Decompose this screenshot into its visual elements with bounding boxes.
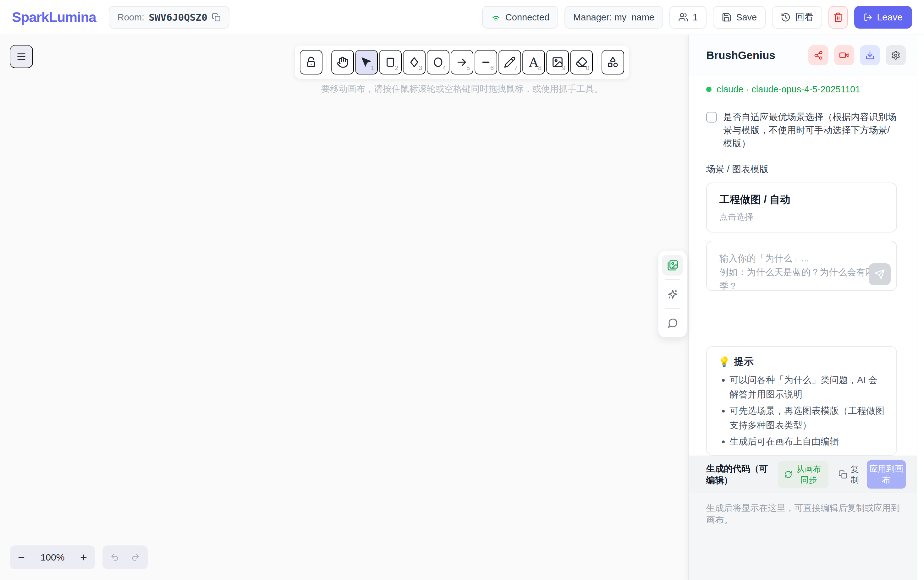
tool-key: 3 bbox=[419, 64, 422, 72]
copy-code-button[interactable]: 复制 bbox=[838, 464, 859, 485]
tool-ellipse[interactable]: 4 bbox=[427, 50, 449, 74]
save-button[interactable]: Save bbox=[713, 6, 766, 29]
share-button[interactable] bbox=[808, 45, 828, 65]
app-window: SparkLumina Room: SWV6J0QSZ0 Connected M… bbox=[0, 0, 924, 580]
download-button[interactable] bbox=[860, 45, 880, 65]
tool-key: 5 bbox=[466, 64, 470, 72]
save-icon bbox=[722, 12, 732, 22]
app-logo: SparkLumina bbox=[12, 10, 96, 25]
tool-lock[interactable] bbox=[300, 50, 322, 74]
redo-button[interactable] bbox=[125, 545, 146, 569]
tool-key: 4 bbox=[442, 64, 446, 72]
adaptive-scene-row: 是否自适应最优场景选择（根据内容识别场景与模版，不使用时可手动选择下方场景/模版… bbox=[706, 110, 897, 150]
leave-button[interactable]: Leave bbox=[854, 6, 912, 29]
clear-canvas-button[interactable] bbox=[828, 6, 848, 29]
prompt-card bbox=[706, 241, 897, 291]
share-icon bbox=[814, 51, 823, 60]
leave-label: Leave bbox=[877, 12, 903, 23]
connection-status-badge: Connected bbox=[482, 6, 558, 29]
manager-badge: Manager: my_name bbox=[564, 6, 663, 29]
tool-draw[interactable]: 7 bbox=[498, 50, 521, 74]
online-users-badge[interactable]: 1 bbox=[670, 6, 706, 29]
wifi-icon bbox=[491, 12, 501, 22]
top-bar: SparkLumina Room: SWV6J0QSZ0 Connected M… bbox=[0, 0, 924, 35]
tool-key: 8 bbox=[538, 64, 541, 72]
tips-card: 💡 提示 可以问各种「为什么」类问题，AI 会解答并用图示说明 可先选场景，再选… bbox=[706, 346, 897, 456]
generated-code-input[interactable] bbox=[689, 493, 917, 580]
tip-item: 可先选场景，再选图表模版（工程做图支持多种图表类型） bbox=[729, 404, 885, 432]
model-status-row: claude · claude-opus-4-5-20251101 bbox=[706, 84, 899, 95]
image-panel-button[interactable] bbox=[662, 255, 683, 275]
menu-icon bbox=[16, 51, 27, 62]
panel-header-actions bbox=[808, 45, 906, 65]
copy-icon[interactable] bbox=[212, 13, 221, 22]
ai-panel-button[interactable] bbox=[662, 284, 683, 305]
panel-scrollbar-gutter[interactable] bbox=[917, 35, 924, 580]
tool-more-shapes[interactable] bbox=[602, 50, 624, 74]
video-icon bbox=[840, 51, 849, 60]
zoom-in-button[interactable] bbox=[72, 545, 95, 569]
tool-diamond[interactable]: 3 bbox=[403, 50, 426, 74]
tool-arrow[interactable]: 5 bbox=[451, 50, 473, 74]
tips-title-row: 💡 提示 bbox=[718, 355, 885, 368]
tool-key: 7 bbox=[514, 64, 518, 72]
plus-icon bbox=[79, 553, 88, 562]
tool-hand[interactable] bbox=[331, 50, 354, 74]
minus-icon bbox=[17, 553, 26, 562]
panel-mode-toolbar bbox=[658, 251, 687, 338]
brushgenius-panel: BrushGenius bbox=[688, 35, 924, 580]
lock-open-icon bbox=[305, 56, 317, 68]
adaptive-checkbox-label[interactable]: 是否自适应最优场景选择（根据内容识别场景与模版，不使用时可手动选择下方场景/模版… bbox=[723, 110, 897, 150]
apply-to-canvas-button[interactable]: 应用到画布 bbox=[867, 460, 906, 489]
send-icon bbox=[874, 269, 885, 280]
scene-template-title: 工程做图 / 自动 bbox=[719, 193, 884, 207]
tool-rectangle[interactable]: 2 bbox=[379, 50, 402, 74]
replay-button[interactable]: 回看 bbox=[772, 6, 822, 29]
tool-key: 6 bbox=[490, 64, 494, 72]
sync-icon bbox=[784, 470, 792, 478]
undo-button[interactable] bbox=[104, 545, 125, 569]
toolbar-divider bbox=[597, 55, 597, 70]
scene-template-card[interactable]: 工程做图 / 自动 点击选择 bbox=[706, 183, 897, 232]
drawing-toolbar: 1 2 3 4 5 6 7 bbox=[295, 46, 629, 79]
zoom-out-button[interactable] bbox=[10, 545, 33, 569]
tool-eraser[interactable]: 0 bbox=[570, 50, 593, 74]
zoom-controls: 100% bbox=[10, 545, 95, 569]
tool-text[interactable]: A 8 bbox=[522, 50, 545, 74]
zoom-level[interactable]: 100% bbox=[33, 552, 72, 563]
tool-image[interactable]: 9 bbox=[546, 50, 569, 74]
room-label: Room: bbox=[117, 12, 144, 23]
model-name: claude · claude-opus-4-5-20251101 bbox=[716, 84, 860, 95]
side-toolbar-divider bbox=[665, 279, 680, 280]
generated-code-header: 生成的代码（可编辑） 从画布同步 复制 应用到画布 bbox=[689, 456, 917, 493]
hand-icon bbox=[337, 56, 348, 68]
scene-section-label: 场景 / 图表模版 bbox=[706, 163, 899, 176]
scene-template-subtitle: 点击选择 bbox=[719, 211, 884, 222]
tool-key: 2 bbox=[395, 64, 398, 72]
save-label: Save bbox=[736, 12, 757, 23]
gear-icon bbox=[891, 51, 901, 60]
users-icon bbox=[678, 12, 688, 22]
prompt-input[interactable] bbox=[707, 241, 896, 290]
text-tool-icon: A bbox=[529, 56, 538, 69]
send-button[interactable] bbox=[869, 263, 891, 285]
shapes-icon bbox=[607, 56, 619, 68]
tip-item: 可以问各种「为什么」类问题，AI 会解答并用图示说明 bbox=[729, 372, 885, 402]
chat-icon bbox=[667, 318, 678, 329]
tool-select[interactable]: 1 bbox=[355, 50, 378, 74]
sparkles-icon bbox=[667, 289, 678, 300]
adaptive-checkbox[interactable] bbox=[706, 112, 717, 122]
download-icon bbox=[865, 51, 874, 60]
tool-line[interactable]: 6 bbox=[475, 50, 497, 74]
room-badge: Room: SWV6J0QSZ0 bbox=[109, 6, 229, 29]
lightbulb-icon: 💡 bbox=[718, 356, 730, 367]
main-menu-button[interactable] bbox=[10, 45, 33, 68]
replay-label: 回看 bbox=[795, 11, 813, 23]
chat-panel-button[interactable] bbox=[662, 313, 683, 333]
apply-label: 应用到画布 bbox=[869, 464, 903, 485]
settings-button[interactable] bbox=[886, 45, 906, 65]
record-button[interactable] bbox=[834, 45, 854, 65]
sync-from-canvas-button[interactable]: 从画布同步 bbox=[778, 461, 828, 488]
model-status-dot bbox=[706, 87, 711, 92]
redo-icon bbox=[131, 553, 140, 562]
